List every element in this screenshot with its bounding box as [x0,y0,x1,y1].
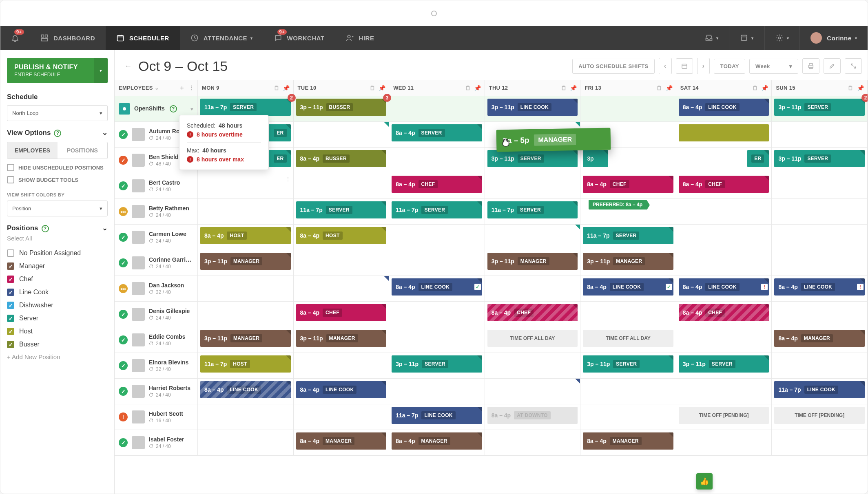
shift-block[interactable]: 8a – 4pCHEF [583,176,673,193]
employee-row-header[interactable]: ✓Isabel Foster24 / 40 [115,430,197,455]
shift-block[interactable]: 11a – 7pLINE COOK [774,381,865,398]
dragging-shift[interactable]: 9a – 5p MANAGER [496,128,611,152]
position-checkbox[interactable]: ✓Busser [7,338,108,351]
note-icon[interactable]: 🗒 [656,85,662,91]
shift-block[interactable]: 8a – 4pLINE COOK [200,381,291,398]
shift-block[interactable]: 8a – 4pCHEF [679,176,769,193]
schedule-cell[interactable] [294,122,389,147]
auto-schedule-button[interactable]: AUTO SCHEDULE SHIFTS [572,59,655,74]
pin-icon[interactable]: 📌 [761,85,768,91]
hide-unscheduled-checkbox[interactable]: HIDE UNSCHEDULED POSITIONS [7,164,108,171]
schedule-cell[interactable]: 8a – 4pMANAGER [294,430,389,455]
shift-block[interactable]: 3p – 11pMANAGER [583,253,673,270]
schedule-cell[interactable]: 8a – 4pLINE COOK [198,379,293,404]
schedule-cell[interactable]: TIME OFF [PENDING] [772,404,867,430]
thumbs-up-button[interactable]: 👍 [696,473,713,490]
schedule-cell[interactable]: 3p – 11pMANAGER [198,327,293,353]
position-checkbox[interactable]: No Position Assigned [7,247,108,260]
schedule-cell[interactable] [294,173,389,198]
more-icon[interactable]: ⋮ [188,84,194,92]
schedule-cell[interactable]: 11a – 7pHOST [198,353,293,378]
schedule-cell[interactable] [676,225,772,250]
schedule-cell[interactable]: 3p – 11pBUSSER3 [294,96,389,121]
schedule-cell[interactable] [294,404,389,430]
shift-block[interactable]: 8a – 4pLINE COOK [296,381,387,398]
schedule-cell[interactable]: 8a – 4pCHEF [676,302,772,327]
schedule-cell[interactable] [485,379,580,404]
schedule-cell[interactable]: 8a – 4pCHEF [676,173,772,198]
back-icon[interactable]: ← [124,62,132,71]
schedule-cell[interactable]: 8a – 4pCHEF [389,173,485,198]
position-checkbox[interactable]: ✓Server [7,312,108,325]
schedule-cell[interactable]: 11a – 7pSERVER [580,225,676,250]
nav-workchat[interactable]: 9+ WORKCHAT [264,26,335,50]
position-checkbox[interactable]: ✓Chef [7,273,108,286]
note-icon[interactable]: 🗒 [274,85,279,91]
schedule-cell[interactable] [294,353,389,378]
schedule-cell[interactable]: 3p – 11pSERVER [580,353,676,378]
shift-block[interactable]: 11a – 7pSERVER [583,227,673,244]
shift-block[interactable]: 8a – 4pCHEF [679,304,769,321]
schedule-cell[interactable]: TIME OFF ALL DAY [580,327,676,353]
schedule-cell[interactable]: 8a – 4pLINE COOK✓ [389,276,485,301]
tab-employees[interactable]: EMPLOYEES [7,142,58,159]
nav-inbox[interactable]: ▾ [694,26,729,50]
next-button[interactable]: › [697,58,710,74]
employee-row-header[interactable]: ✓Harriet Roberts24 / 40 [115,379,197,404]
schedule-cell[interactable]: 8a – 4pCHEF [580,173,676,198]
shift-block[interactable]: 8a – 4pHOST [200,227,291,244]
schedule-cell[interactable]: ⋮ [198,173,293,198]
day-column-header[interactable]: THU 12🗒📌 [485,80,581,96]
publish-button[interactable]: PUBLISH & NOTIFY ENTIRE SCHEDULE ▾ [7,58,108,83]
print-button[interactable] [802,58,819,74]
schedule-cell[interactable]: 8a – 4pHOST [198,225,293,250]
schedule-cell[interactable]: ER [676,148,772,173]
schedule-cell[interactable]: 3p – 11pLINE COOK [485,96,580,121]
edit-button[interactable] [824,58,841,74]
schedule-cell[interactable]: 8a – 4pHOST [294,225,389,250]
note-icon[interactable]: 🗒 [848,85,853,91]
shift-block[interactable]: 11a – 7pSERVER [487,201,578,218]
position-checkbox[interactable]: ✓Dishwasher [7,299,108,312]
nav-attendance[interactable]: ATTENDANCE ▾ [180,26,264,50]
shift-block[interactable]: 11a – 7pSERVER [392,201,482,218]
schedule-cell[interactable]: 8a – 4pBUSSER [294,148,389,173]
shift-block[interactable]: 3p – 11pSERVER [774,150,865,167]
shift-block[interactable]: 3p – 11pSERVER [679,355,769,373]
schedule-cell[interactable]: 8a – 4p AT DOWNTO [485,404,580,430]
day-column-header[interactable]: WED 11🗒📌 [389,80,485,96]
employee-row-header[interactable]: !Hubert Scott16 / 40 [115,404,197,430]
today-button[interactable]: TODAY [714,59,745,74]
schedule-cell[interactable] [676,430,772,455]
schedule-cell[interactable] [198,276,293,301]
schedule-cell[interactable] [198,404,293,430]
nav-user-menu[interactable]: Corinne ▾ [799,26,868,50]
schedule-cell[interactable] [389,148,485,173]
nav-scheduler[interactable]: SCHEDULER [106,26,180,50]
schedule-cell[interactable] [676,122,772,147]
shift-block[interactable]: TIME OFF ALL DAY [583,330,673,347]
nav-notifications[interactable]: 9+ [0,26,30,50]
pin-icon[interactable]: 📌 [570,85,577,91]
schedule-cell[interactable]: 8a – 4pLINE COOK✓ [580,276,676,301]
schedule-cell[interactable] [772,430,867,455]
shift-block[interactable]: 8a – 4pMANAGER [583,432,673,450]
note-icon[interactable]: 🗒 [752,85,758,91]
schedule-cell[interactable] [772,225,867,250]
pin-icon[interactable]: 📌 [666,85,673,91]
schedule-cell[interactable]: 3p – 11pSERVER [676,353,772,378]
schedule-cell[interactable] [294,250,389,276]
schedule-cell[interactable] [389,96,485,121]
shift-colors-select[interactable]: Position ▾ [7,201,108,216]
schedule-cell[interactable] [772,199,867,224]
shift-block[interactable]: TIME OFF [PENDING] [679,407,769,424]
employee-row-header[interactable]: ✓Elnora Blevins32 / 40 [115,353,197,378]
schedule-cell[interactable] [580,379,676,404]
add-position-link[interactable]: + Add New Position [7,353,108,360]
schedule-cell[interactable]: 8a – 4pMANAGER [772,327,867,353]
position-checkbox[interactable]: ✓Line Cook [7,286,108,299]
schedule-cell[interactable] [772,173,867,198]
shift-block[interactable]: TIME OFF ALL DAY [487,330,578,347]
schedule-cell[interactable]: 11a – 7pLINE COOK [389,404,485,430]
shift-block[interactable] [679,124,769,141]
